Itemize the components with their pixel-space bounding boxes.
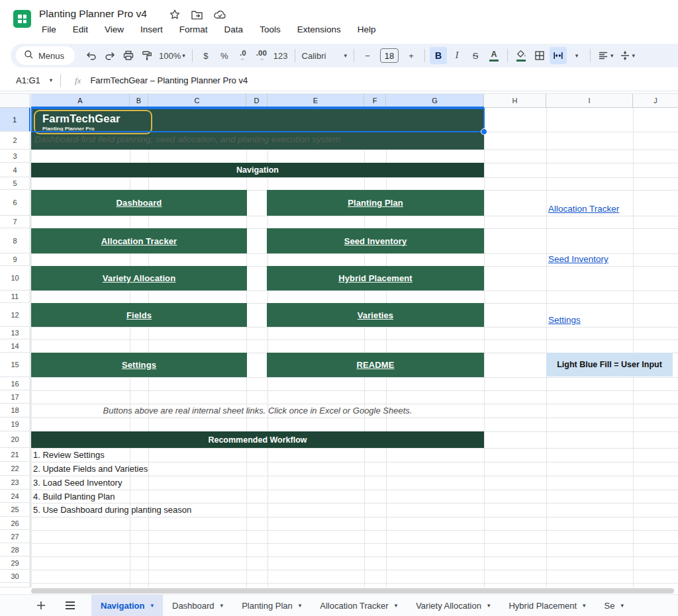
column-header-d[interactable]: D	[246, 93, 267, 108]
row-header-22[interactable]: 22	[0, 462, 30, 476]
merge-cells-button[interactable]	[550, 47, 567, 64]
sheet-tab-se[interactable]: Se▾	[595, 595, 633, 616]
side-link-settings[interactable]: Settings	[548, 315, 581, 326]
row-header-15[interactable]: 15	[0, 353, 30, 377]
row-header-6[interactable]: 6	[0, 190, 30, 216]
side-link-seed-inventory[interactable]: Seed Inventory	[548, 254, 608, 265]
paint-format-button[interactable]	[138, 47, 156, 64]
nav-button-fields[interactable]: Fields	[31, 303, 247, 327]
increase-font-size-button[interactable]: +	[403, 47, 420, 64]
formula-input[interactable]: FarmTechGear – Planting Planner Pro v4	[90, 75, 248, 85]
document-title[interactable]: Planting Planner Pro v4	[39, 8, 147, 20]
name-box[interactable]: A1:G1 ▾	[0, 75, 57, 85]
cloud-saved-icon[interactable]	[213, 9, 227, 22]
more-formats-button[interactable]: 123	[271, 47, 290, 64]
sheet-tab-hybrid-placement[interactable]: Hybrid Placement▾	[499, 595, 595, 616]
column-header-b[interactable]: B	[130, 93, 148, 108]
row-header-7[interactable]: 7	[0, 216, 30, 228]
text-color-button[interactable]: A	[485, 47, 503, 64]
column-header-c[interactable]: C	[148, 93, 246, 108]
row-header-29[interactable]: 29	[0, 556, 30, 570]
column-header-f[interactable]: F	[364, 93, 386, 108]
row-header-17[interactable]: 17	[0, 390, 30, 404]
row-header-13[interactable]: 13	[0, 327, 30, 339]
nav-button-seed-inventory[interactable]: Seed Inventory	[267, 228, 484, 253]
row-header-5[interactable]: 5	[0, 177, 30, 190]
row-header-18[interactable]: 18	[0, 404, 30, 418]
menu-item-extensions[interactable]: Extensions	[295, 24, 343, 35]
chevron-down-icon[interactable]: ▾	[487, 603, 491, 609]
print-button[interactable]	[120, 47, 137, 64]
sheet-tab-navigation[interactable]: Navigation▾	[91, 595, 163, 616]
nav-button-variety-allocation[interactable]: Variety Allocation	[31, 266, 247, 290]
font-select[interactable]: Calibri ▾	[300, 47, 350, 64]
format-percent-button[interactable]: %	[216, 47, 233, 64]
decrease-decimal-button[interactable]: .0←	[234, 47, 252, 64]
column-header-i[interactable]: I	[546, 93, 633, 108]
column-header-h[interactable]: H	[484, 93, 546, 108]
sheet-tab-variety-allocation[interactable]: Variety Allocation▾	[407, 595, 499, 616]
row-header-16[interactable]: 16	[0, 377, 30, 390]
fill-color-button[interactable]	[512, 47, 530, 64]
row-header-8[interactable]: 8	[0, 228, 30, 253]
sheet-tab-dashboard[interactable]: Dashboard▾	[163, 595, 232, 616]
nav-button-readme[interactable]: README	[267, 353, 484, 377]
column-header-e[interactable]: E	[267, 93, 364, 108]
increase-decimal-button[interactable]: .00→	[253, 47, 270, 64]
chevron-down-icon[interactable]: ▾	[299, 603, 302, 609]
nav-button-settings[interactable]: Settings	[31, 353, 247, 377]
select-all-corner[interactable]	[0, 93, 30, 108]
redo-button[interactable]	[101, 47, 119, 64]
selection-handle[interactable]	[481, 128, 487, 135]
menu-item-help[interactable]: Help	[356, 24, 378, 35]
row-header-11[interactable]: 11	[0, 290, 30, 303]
chevron-down-icon[interactable]: ▾	[150, 603, 154, 609]
row-header-1[interactable]: 1	[0, 108, 30, 132]
bold-button[interactable]: B	[430, 47, 447, 64]
horizontal-scrollbar[interactable]	[0, 588, 678, 594]
row-header-24[interactable]: 24	[0, 490, 30, 503]
menu-item-data[interactable]: Data	[222, 24, 246, 35]
decrease-font-size-button[interactable]: −	[359, 47, 376, 64]
nav-button-planting-plan[interactable]: Planting Plan	[267, 190, 484, 216]
column-header-g[interactable]: G	[386, 93, 484, 108]
sheet-tab-allocation-tracker[interactable]: Allocation Tracker▾	[311, 595, 407, 616]
row-header-23[interactable]: 23	[0, 476, 30, 490]
vertical-align-button[interactable]: ▾	[617, 47, 638, 64]
row-header-28[interactable]: 28	[0, 543, 30, 556]
row-header-12[interactable]: 12	[0, 303, 30, 327]
row-header-27[interactable]: 27	[0, 530, 30, 543]
add-sheet-button[interactable]	[33, 597, 49, 613]
row-header-3[interactable]: 3	[0, 150, 30, 163]
all-sheets-button[interactable]	[62, 597, 78, 613]
row-header-21[interactable]: 21	[0, 448, 30, 462]
undo-button[interactable]	[83, 47, 100, 64]
menu-item-file[interactable]: File	[40, 24, 58, 35]
format-currency-button[interactable]: $	[197, 47, 215, 64]
row-header-19[interactable]: 19	[0, 418, 30, 431]
row-header-26[interactable]: 26	[0, 517, 30, 530]
row-header-14[interactable]: 14	[0, 339, 30, 353]
search-menus-button[interactable]: Menus	[16, 46, 75, 65]
chevron-down-icon[interactable]: ▾	[395, 603, 398, 609]
strikethrough-button[interactable]: S	[467, 47, 484, 64]
nav-button-dashboard[interactable]: Dashboard	[31, 190, 247, 216]
chevron-down-icon[interactable]: ▾	[583, 603, 586, 609]
column-header-a[interactable]: A	[31, 93, 130, 108]
row-header-10[interactable]: 10	[0, 266, 30, 290]
italic-button[interactable]: I	[448, 47, 465, 64]
side-link-allocation-tracker[interactable]: Allocation Tracker	[548, 204, 619, 215]
menu-item-edit[interactable]: Edit	[71, 24, 90, 35]
row-header-20[interactable]: 20	[0, 431, 30, 448]
move-folder-icon[interactable]	[191, 9, 203, 23]
row-header-9[interactable]: 9	[0, 253, 30, 266]
borders-button[interactable]	[531, 47, 548, 64]
chevron-down-icon[interactable]: ▾	[220, 603, 224, 609]
row-header-2[interactable]: 2	[0, 132, 30, 150]
menu-item-format[interactable]: Format	[177, 24, 210, 35]
menu-item-view[interactable]: View	[103, 24, 126, 35]
scrollbar-thumb[interactable]	[31, 588, 674, 594]
horizontal-align-button[interactable]: ▾	[595, 47, 616, 64]
sheets-logo-icon[interactable]	[13, 10, 31, 28]
chevron-down-icon[interactable]: ▾	[621, 603, 624, 609]
